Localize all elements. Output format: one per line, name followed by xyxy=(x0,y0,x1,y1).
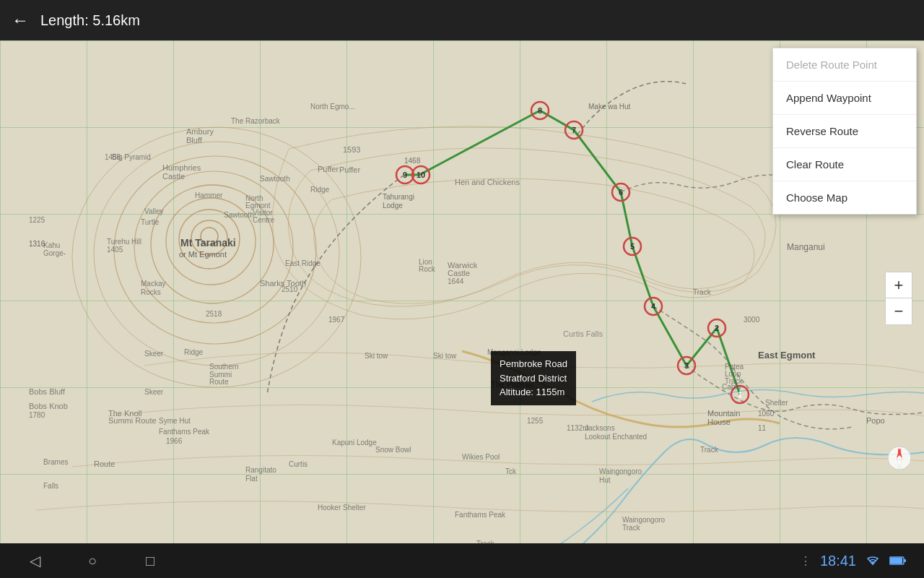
svg-text:East Ridge: East Ridge xyxy=(285,259,321,267)
svg-text:Gorge-: Gorge- xyxy=(43,249,66,257)
back-nav-button[interactable]: ◁ xyxy=(17,552,52,569)
svg-text:Ridge: Ridge xyxy=(184,348,204,356)
svg-text:Sawtooth: Sawtooth xyxy=(224,211,254,219)
menu-item-reverse-route[interactable]: Reverse Route xyxy=(773,115,916,148)
svg-text:1225: 1225 xyxy=(29,216,45,224)
svg-text:Lookout Enchanted: Lookout Enchanted xyxy=(585,433,647,441)
svg-text:Fanthams Peak: Fanthams Peak xyxy=(159,428,210,436)
svg-text:Hut: Hut xyxy=(599,476,611,484)
svg-text:2: 2 xyxy=(715,324,719,332)
svg-text:Track: Track xyxy=(693,288,712,296)
svg-text:Skeer: Skeer xyxy=(144,388,164,396)
context-menu: Delete Route Point Append Waypoint Rever… xyxy=(772,48,917,215)
map-topo[interactable]: 8 7 6 5 4 3 2 1 9 1 xyxy=(0,40,924,543)
svg-text:Lodge: Lodge xyxy=(383,202,403,210)
svg-text:Rocks: Rocks xyxy=(141,288,161,296)
svg-text:Flat: Flat xyxy=(245,475,258,483)
svg-text:1405: 1405 xyxy=(107,246,123,254)
menu-item-clear-route[interactable]: Clear Route xyxy=(773,148,916,181)
svg-text:Southern: Southern xyxy=(209,363,239,371)
svg-text:Manganui: Manganui xyxy=(787,242,825,252)
svg-text:Ridge: Ridge xyxy=(310,186,330,194)
svg-text:Castle: Castle xyxy=(448,269,470,277)
home-nav-button[interactable]: ○ xyxy=(75,553,110,569)
svg-text:Valley: Valley xyxy=(144,207,164,215)
top-bar: ← Length: 5.16km xyxy=(0,0,924,40)
svg-text:4: 4 xyxy=(651,302,656,311)
svg-rect-150 xyxy=(890,558,902,564)
svg-text:8: 8 xyxy=(538,106,542,115)
svg-text:or Mt Egmont: or Mt Egmont xyxy=(179,250,227,259)
svg-text:Snow Bowl: Snow Bowl xyxy=(375,446,411,454)
svg-text:Tck: Tck xyxy=(505,467,517,475)
svg-text:Waingongoro: Waingongoro xyxy=(622,516,666,524)
map-container[interactable]: 8 7 6 5 4 3 2 1 9 1 xyxy=(0,40,924,543)
menu-item-append-waypoint[interactable]: Append Waypoint xyxy=(773,82,916,115)
svg-text:1967: 1967 xyxy=(328,316,345,324)
svg-text:Shelter: Shelter xyxy=(765,399,788,407)
menu-item-delete-route-point[interactable]: Delete Route Point xyxy=(773,48,916,82)
system-time: 18:41 xyxy=(820,553,856,569)
svg-text:Centre: Centre xyxy=(253,216,274,224)
svg-text:Jacksons: Jacksons xyxy=(585,424,615,432)
svg-text:Rangitato: Rangitato xyxy=(245,466,276,474)
svg-text:Track: Track xyxy=(700,446,719,454)
svg-text:1: 1 xyxy=(738,390,742,399)
svg-text:2510: 2510 xyxy=(282,285,298,293)
battery-icon xyxy=(889,556,907,566)
svg-text:The Razorback: The Razorback xyxy=(231,117,281,125)
back-button[interactable]: ← xyxy=(12,10,29,30)
status-area: ⋮ 18:41 xyxy=(800,553,907,569)
svg-line-10 xyxy=(419,111,540,175)
svg-text:Turtle: Turtle xyxy=(141,218,160,226)
compass: N xyxy=(886,445,912,471)
svg-text:11: 11 xyxy=(758,424,767,432)
svg-text:1316: 1316 xyxy=(29,240,45,248)
wifi-icon xyxy=(865,555,881,566)
svg-text:1593: 1593 xyxy=(343,145,360,154)
zoom-out-button[interactable]: − xyxy=(886,298,912,324)
svg-text:Waingongoro: Waingongoro xyxy=(599,467,642,475)
svg-text:Ski tow: Ski tow xyxy=(365,352,388,360)
svg-text:6: 6 xyxy=(619,188,623,197)
svg-text:Falls: Falls xyxy=(43,482,58,490)
svg-text:Puffer: Puffer xyxy=(339,165,360,174)
svg-text:Route: Route xyxy=(94,460,115,468)
svg-text:Hen and Chickens: Hen and Chickens xyxy=(455,178,520,186)
svg-text:Sawtooth: Sawtooth xyxy=(260,175,290,183)
svg-text:Track: Track xyxy=(725,377,744,385)
recent-nav-button[interactable]: □ xyxy=(133,553,167,569)
svg-text:Puffer: Puffer xyxy=(318,165,339,173)
svg-text:Mt Taranaki: Mt Taranaki xyxy=(180,237,236,249)
svg-text:1060: 1060 xyxy=(758,410,775,418)
svg-text:Ambury: Ambury xyxy=(186,127,214,136)
svg-text:The Plateau: The Plateau xyxy=(491,380,533,389)
svg-text:1966: 1966 xyxy=(166,437,183,445)
svg-text:2518: 2518 xyxy=(206,310,222,318)
svg-text:Mountain: Mountain xyxy=(707,409,740,418)
svg-text:Hooker Shelter: Hooker Shelter xyxy=(318,504,366,512)
svg-text:10: 10 xyxy=(417,171,425,179)
svg-text:House: House xyxy=(707,418,731,426)
svg-text:Popo: Popo xyxy=(866,416,885,425)
svg-text:Curtis: Curtis xyxy=(289,460,308,468)
svg-text:N: N xyxy=(897,448,901,453)
svg-text:1458: 1458 xyxy=(105,153,121,161)
svg-text:Humphries: Humphries xyxy=(162,163,201,172)
svg-text:Bobs Knob: Bobs Knob xyxy=(29,402,68,410)
zoom-controls[interactable]: + − xyxy=(885,272,912,325)
svg-text:1780: 1780 xyxy=(29,411,45,419)
bottom-nav-bar: ◁ ○ □ ⋮ 18:41 xyxy=(0,543,924,578)
svg-text:Rock: Rock xyxy=(419,265,436,273)
svg-text:Hammer: Hammer xyxy=(195,191,223,199)
menu-item-choose-map[interactable]: Choose Map xyxy=(773,181,916,214)
svg-text:Make wa Hut: Make wa Hut xyxy=(588,103,631,111)
svg-text:Ski tow: Ski tow xyxy=(433,352,457,360)
svg-text:Turehu Hill: Turehu Hill xyxy=(107,238,141,246)
svg-text:7: 7 xyxy=(572,126,576,134)
zoom-in-button[interactable]: + xyxy=(886,272,912,298)
svg-text:Mackay: Mackay xyxy=(141,280,165,288)
svg-text:Syme Hut: Syme Hut xyxy=(159,417,191,425)
svg-text:Bobs Bluff: Bobs Bluff xyxy=(29,387,66,396)
svg-text:Wikies Pool: Wikies Pool xyxy=(462,453,500,461)
